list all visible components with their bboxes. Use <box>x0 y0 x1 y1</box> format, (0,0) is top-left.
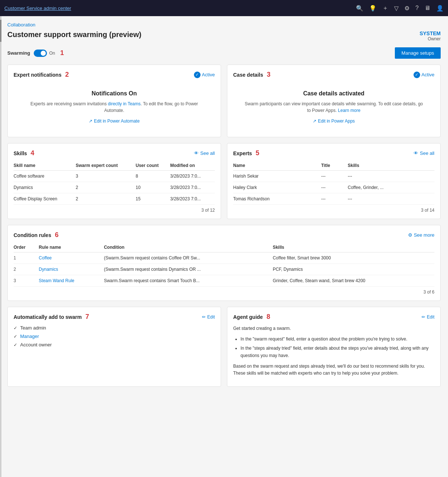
experts-header: Experts 5 👁 See all <box>233 149 434 157</box>
learn-more-link[interactable]: Learn more <box>338 108 360 113</box>
user-icon[interactable]: 👤 <box>436 5 444 12</box>
cond-rule-name[interactable]: Coffee <box>39 252 104 264</box>
skills-step: 4 <box>31 149 34 157</box>
nav-icons: 🔍 💡 ＋ ▽ ⚙ ? 🖥 👤 <box>356 4 444 12</box>
edit-power-apps-icon: ↗ <box>313 119 316 124</box>
swarming-step-num: 1 <box>60 49 64 57</box>
rule-link[interactable]: Dynamics <box>39 267 58 272</box>
case-details-status: ✓ Active <box>414 72 434 78</box>
notif-body-text: Experts are receiving swarm invitations … <box>25 101 204 114</box>
skills-see-all-link[interactable]: 👁 See all <box>194 150 215 156</box>
skills-col-expert-count: Swarm expert count <box>76 161 136 171</box>
table-row: Dynamics 2 10 3/28/2023 7:0... <box>14 182 215 193</box>
experts-eye-icon: 👁 <box>414 150 418 156</box>
expert-notifications-header: Expert notifications 2 ✓ Active <box>14 71 215 79</box>
cond-col-condition: Condition <box>104 243 272 252</box>
cond-col-skills: Skills <box>273 243 434 252</box>
skill-name: Dynamics <box>14 182 76 193</box>
case-details-card: Case details 3 ✓ Active Case details act… <box>227 65 441 137</box>
swarming-toggle[interactable] <box>34 50 47 57</box>
skills-header: Skills 4 👁 See all <box>14 149 215 157</box>
auto-add-edit-icon: ✏ <box>202 314 206 320</box>
expert-skills: Coffee, Grinder, ... <box>348 182 434 193</box>
edit-power-apps-link[interactable]: ↗ Edit in Power Apps <box>313 119 355 124</box>
agent-guide-title: Agent guide <box>233 314 263 320</box>
auto-add-card: Automatically add to swarm 7 ✏ Edit ✓ Te… <box>7 307 221 387</box>
condition-rules-see-more-link[interactable]: ⚙ See more <box>408 232 434 238</box>
expert-name: Hailey Clark <box>233 182 321 193</box>
experts-footer: 3 of 14 <box>233 208 434 213</box>
list-item: ✓ Account owner <box>14 342 215 347</box>
skill-expert-count: 3 <box>76 171 136 182</box>
expert-skills: --- <box>348 171 434 182</box>
experts-step: 5 <box>256 149 259 157</box>
breadcrumb[interactable]: Collaboration <box>7 22 441 28</box>
condition-rules-footer: 3 of 6 <box>14 290 434 295</box>
case-details-body: Case details activated Swarm participant… <box>233 83 434 131</box>
skill-modified: 3/28/2023 7:0... <box>170 182 215 193</box>
skill-name: Coffee software <box>14 171 76 182</box>
filter-icon[interactable]: ▽ <box>394 5 399 12</box>
skills-card: Skills 4 👁 See all Skill name Swarm expe… <box>7 143 221 219</box>
scroll-indicator <box>0 20 1 42</box>
table-row: 1 Coffee (Swarm.Swarm request contains C… <box>14 252 434 264</box>
skill-expert-count: 2 <box>76 182 136 193</box>
rule-link[interactable]: Coffee <box>39 255 52 261</box>
cond-rule-name[interactable]: Steam Wand Rule <box>39 275 104 287</box>
case-details-title: Case details <box>233 72 263 78</box>
agent-guide-edit-link[interactable]: ✏ Edit <box>422 314 434 320</box>
cond-col-order: Order <box>14 243 39 252</box>
auto-add-item-2[interactable]: Manager <box>20 334 39 339</box>
skills-col-user-count: User count <box>136 161 170 171</box>
gear-icon[interactable]: ⚙ <box>404 5 410 12</box>
notif-body-title: Notifications On <box>25 90 204 97</box>
condition-rules-card: Condition rules 6 ⚙ See more Order Rule … <box>7 225 441 301</box>
plus-icon[interactable]: ＋ <box>382 4 388 12</box>
table-row: 2 Dynamics (Swarm.Swarm request contains… <box>14 264 434 275</box>
list-item: ✓ Manager <box>14 334 215 339</box>
experts-see-all-link[interactable]: 👁 See all <box>414 150 434 156</box>
skill-user-count: 15 <box>136 193 170 205</box>
search-icon[interactable]: 🔍 <box>356 5 363 12</box>
experts-table: Name Title Skills Harish Sekar --- --- H… <box>233 161 434 205</box>
auto-add-edit-link[interactable]: ✏ Edit <box>202 314 215 320</box>
highlight-text: directly in Teams <box>108 101 140 106</box>
scroll-bar <box>0 16 1 477</box>
auto-add-step: 7 <box>85 313 89 321</box>
manage-setups-button[interactable]: Manage setups <box>395 47 441 59</box>
swarming-left: Swarming On 1 <box>7 49 64 57</box>
case-body-title: Case details activated <box>244 90 423 97</box>
page-header: Customer support swarming (preview) SYST… <box>7 30 441 41</box>
list-item: ✓ Team admin <box>14 325 215 331</box>
case-details-step: 3 <box>267 71 271 79</box>
experts-col-title: Title <box>321 161 348 171</box>
system-info: SYSTEM Owner <box>419 30 441 41</box>
monitor-icon[interactable]: 🖥 <box>425 5 430 11</box>
swarming-row: Swarming On 1 Manage setups <box>7 47 441 59</box>
agent-guide-bullets: In the "swarm request" field, enter a qu… <box>233 336 434 359</box>
experts-col-name: Name <box>233 161 321 171</box>
agent-guide-intro: Get started creating a swarm. <box>233 325 434 332</box>
page-title: Customer support swarming (preview) <box>7 30 142 39</box>
expert-name: Harish Sekar <box>233 171 321 182</box>
agent-guide-edit-icon: ✏ <box>422 314 425 320</box>
app-title[interactable]: Customer Service admin center <box>4 6 352 11</box>
main-container: Collaboration Customer support swarming … <box>0 16 448 477</box>
edit-power-automate-link[interactable]: ↗ Edit in Power Automate <box>89 119 140 124</box>
table-row: Hailey Clark --- Coffee, Grinder, ... <box>233 182 434 193</box>
cond-col-rule-name: Rule name <box>39 243 104 252</box>
case-body-text: Swarm participants can view important ca… <box>244 101 423 114</box>
experts-col-skills: Skills <box>348 161 434 171</box>
expert-notifications-status: ✓ Active <box>194 72 215 78</box>
skill-expert-count: 2 <box>76 193 136 205</box>
rule-link[interactable]: Steam Wand Rule <box>39 278 74 283</box>
eye-icon: 👁 <box>194 150 199 156</box>
cond-skills: Grinder, Coffee, Steam wand, Smart brew … <box>273 275 434 287</box>
condition-rules-step: 6 <box>55 231 59 239</box>
case-details-header: Case details 3 ✓ Active <box>233 71 434 79</box>
skills-col-name: Skill name <box>14 161 76 171</box>
cond-rule-name[interactable]: Dynamics <box>39 264 104 275</box>
lightbulb-icon[interactable]: 💡 <box>369 5 377 12</box>
question-icon[interactable]: ? <box>415 5 419 11</box>
case-active-check-icon: ✓ <box>414 72 420 78</box>
